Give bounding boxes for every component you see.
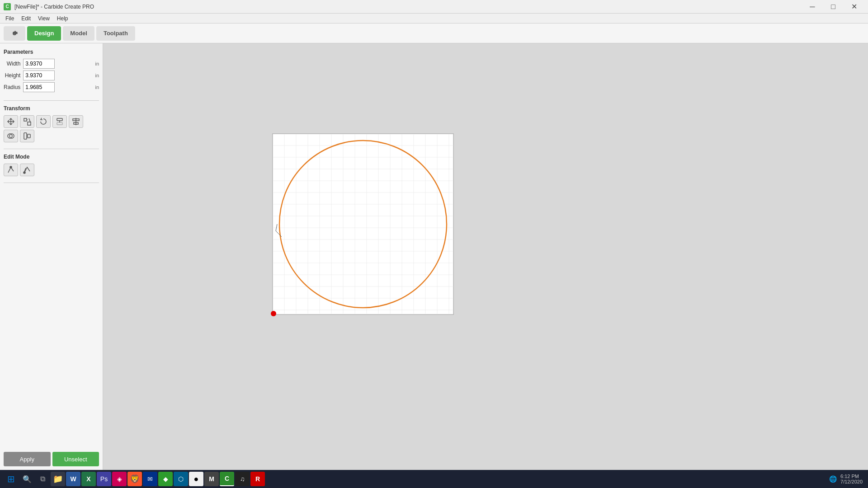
svg-rect-7 [57, 122, 62, 125]
parameters-title: Parameters [4, 49, 99, 55]
taskbar: ⊞ 🔍 ⧉ 📁 W X Ps ◈ 🦁 ✉ ◆ ⬡ ● M C ♫ R 🌐 6:1… [0, 470, 868, 488]
close-button[interactable]: ✕ [844, 0, 864, 14]
file-explorer-app[interactable]: 📁 [51, 472, 65, 486]
app-icon: C [4, 3, 11, 10]
transform-grid [4, 115, 99, 142]
task-view-button[interactable]: ⧉ [35, 472, 50, 486]
app-unknown2[interactable]: ◆ [158, 472, 173, 486]
height-unit: in [95, 73, 99, 78]
menu-view[interactable]: View [34, 14, 53, 23]
menu-help[interactable]: Help [53, 14, 72, 23]
menubar: File Edit View Help [0, 14, 868, 23]
svg-rect-15 [28, 134, 30, 138]
svg-rect-6 [57, 118, 62, 121]
move-btn[interactable] [4, 115, 18, 128]
model-button[interactable]: Model [63, 26, 94, 41]
radius-input[interactable] [23, 82, 55, 92]
app-unknown4[interactable]: M [204, 472, 219, 486]
carbide-app[interactable]: C [220, 472, 234, 486]
taskbar-datetime: 6:12 PM 7/12/2020 [840, 474, 863, 484]
chrome-app[interactable]: ● [189, 472, 203, 486]
canvas-svg [103, 43, 868, 470]
main-toolbar: Design Model Toolpath [0, 23, 868, 43]
parameters-grid: Width in Height in Radius in [4, 59, 99, 92]
unselect-button[interactable]: Unselect [52, 452, 99, 466]
contour-btn[interactable] [20, 164, 34, 176]
svg-rect-3 [28, 122, 31, 125]
window-title: [NewFile]* - Carbide Create PRO [14, 4, 94, 10]
height-label: Height [4, 72, 20, 79]
left-panel: Parameters Width in Height in Radius in … [0, 43, 103, 470]
svg-rect-14 [24, 133, 27, 139]
menu-edit[interactable]: Edit [18, 14, 34, 23]
width-input[interactable] [23, 59, 55, 69]
titlebar-left: C [NewFile]* - Carbide Create PRO [4, 3, 94, 10]
taskbar-right: 🌐 6:12 PM 7/12/2020 [829, 474, 865, 484]
edit-mode-title: Edit Mode [4, 154, 99, 160]
maximize-button[interactable]: □ [823, 0, 844, 14]
svg-point-17 [24, 172, 25, 174]
divider-2 [4, 149, 99, 149]
radius-label: Radius [4, 84, 20, 90]
app-unknown1[interactable]: ◈ [112, 472, 127, 486]
transform-title: Transform [4, 105, 99, 112]
svg-rect-19 [273, 134, 453, 314]
excel-app[interactable]: X [81, 472, 96, 486]
app-unknown5[interactable]: R [250, 472, 265, 486]
design-button[interactable]: Design [27, 26, 61, 41]
app-unknown3[interactable]: ⬡ [174, 472, 188, 486]
toolpath-button[interactable]: Toolpath [96, 26, 135, 41]
width-label: Width [4, 61, 20, 67]
minimize-button[interactable]: ─ [802, 0, 823, 14]
photoshop-app[interactable]: Ps [97, 472, 111, 486]
weld-btn[interactable] [20, 130, 34, 142]
height-input[interactable] [23, 70, 55, 80]
node-edit-btn[interactable] [4, 164, 18, 176]
window-controls: ─ □ ✕ [802, 0, 864, 14]
network-icon: 🌐 [829, 475, 837, 483]
music-app[interactable]: ♫ [235, 472, 250, 486]
edit-mode-grid [4, 164, 99, 176]
start-button[interactable]: ⊞ [3, 471, 19, 487]
taskbar-time: 6:12 PM [840, 474, 863, 479]
svg-point-16 [10, 166, 12, 168]
apply-button[interactable]: Apply [4, 452, 51, 466]
settings-button[interactable] [4, 26, 25, 41]
brave-browser-app[interactable]: 🦁 [127, 472, 142, 486]
search-button[interactable]: 🔍 [20, 472, 34, 486]
scale-btn[interactable] [20, 115, 34, 128]
boolean-btn[interactable] [4, 130, 18, 142]
titlebar: C [NewFile]* - Carbide Create PRO ─ □ ✕ [0, 0, 868, 14]
taskbar-date: 7/12/2020 [840, 479, 863, 484]
action-buttons: Apply Unselect [4, 448, 99, 466]
width-unit: in [95, 61, 99, 66]
divider-3 [4, 183, 99, 183]
align-btn[interactable] [69, 115, 83, 128]
flip-v-btn[interactable] [52, 115, 67, 128]
svg-point-51 [271, 311, 276, 316]
rotate-btn[interactable] [36, 115, 51, 128]
svg-rect-2 [24, 118, 27, 121]
svg-line-5 [29, 118, 30, 122]
menu-file[interactable]: File [2, 14, 18, 23]
canvas-area[interactable] [103, 43, 868, 470]
main-layout: Parameters Width in Height in Radius in … [0, 43, 868, 470]
radius-unit: in [95, 84, 99, 90]
word-app[interactable]: W [66, 472, 80, 486]
divider-1 [4, 100, 99, 101]
mail-app[interactable]: ✉ [143, 472, 157, 486]
